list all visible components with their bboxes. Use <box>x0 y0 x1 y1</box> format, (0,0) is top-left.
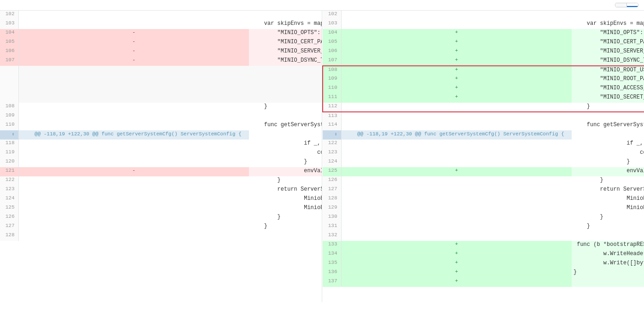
line-marker <box>18 84 249 93</box>
line-marker <box>18 112 249 121</box>
table-row: 124 MinioEndpoints: globalEndpoints, <box>0 195 322 204</box>
line-code <box>572 232 644 241</box>
line-marker <box>341 121 572 130</box>
table-row: 126 } <box>0 213 322 222</box>
line-number: 103 <box>0 20 18 29</box>
line-marker: - <box>18 29 249 38</box>
table-row: 124 } <box>323 158 644 167</box>
table-row: 133+ func (b *bootstrapRESTServer) write… <box>323 241 644 250</box>
line-number: 108 <box>323 66 341 75</box>
table-row: 125 MinioEnv: envValues, <box>0 204 322 213</box>
line-marker <box>341 20 572 29</box>
line-code: continue <box>572 149 644 158</box>
line-code: "MINIO_ROOT_USER": {}, <box>572 66 644 75</box>
line-marker: + <box>341 57 572 66</box>
line-number: 123 <box>0 186 18 195</box>
table-row: 107+ "MINIO_DSYNC_TRACE": {}, <box>323 57 644 66</box>
table-row: 114 func getServerSystemCfg() ServerSyst… <box>323 121 644 130</box>
table-row: 106+ "MINIO_SERVER_DEBUG": {}, <box>323 47 644 57</box>
line-code: } <box>249 213 322 222</box>
line-code: @@ -118,19 +122,30 @@ func getServerSyst… <box>341 130 572 140</box>
line-number: 127 <box>323 186 341 195</box>
line-number: 124 <box>0 195 18 204</box>
line-number <box>0 93 18 103</box>
line-marker <box>18 232 249 241</box>
table-row: 131 } <box>323 222 644 232</box>
line-code: w.WriteHeader(http.StatusForbidden) <box>572 250 644 259</box>
table-row: 110+ "MINIO_ACCESS_KEY": {}, <box>323 84 644 93</box>
line-marker: + <box>341 47 572 57</box>
line-code: @@ -118,19 +122,30 @@ func getServerSyst… <box>18 130 249 140</box>
table-row: 136+} <box>323 268 644 278</box>
line-code <box>572 11 644 20</box>
diff-container: 102103 var skipEnvs = map[string]struct{… <box>0 11 644 302</box>
table-row: @@ -118,19 +122,30 @@ func getServerSyst… <box>0 130 322 140</box>
line-code <box>249 112 322 121</box>
table-row: 128 <box>0 232 322 241</box>
line-marker <box>18 103 249 112</box>
line-number: 123 <box>323 149 341 158</box>
line-code: return ServerSystemConfig{ <box>249 186 322 195</box>
line-number: 108 <box>0 103 18 112</box>
line-marker: + <box>341 29 572 38</box>
table-row <box>0 66 322 75</box>
line-code: } <box>572 103 644 112</box>
split-view-button[interactable] <box>615 3 627 7</box>
line-number: 114 <box>323 121 341 130</box>
line-number: 127 <box>0 222 18 232</box>
table-row: 113 <box>323 112 644 121</box>
view-toggle <box>615 3 638 7</box>
line-marker <box>341 140 572 149</box>
line-code: envValues[envK] = logger.HashString(env.… <box>572 167 644 176</box>
line-number: 106 <box>0 47 18 57</box>
line-code: var skipEnvs = map[string]struct{}{ <box>249 20 322 29</box>
line-code: "MINIO_SERVER_DEBUG": {}, <box>249 47 322 57</box>
table-row: 128 MinioEndpoints: globalEndpoints, <box>323 195 644 204</box>
line-marker <box>341 176 572 186</box>
table-row: @@ -118,19 +122,30 @@ func getServerSyst… <box>323 130 644 140</box>
table-row: 108+ "MINIO_ROOT_USER": {}, <box>323 66 644 75</box>
line-number: 124 <box>323 158 341 167</box>
line-number: 128 <box>323 195 341 204</box>
line-marker: - <box>18 38 249 47</box>
line-number: 125 <box>0 204 18 213</box>
line-code: "MINIO_OPTS": {}, <box>572 29 644 38</box>
line-number: 107 <box>323 57 341 66</box>
table-row: 127 return ServerSystemConfig{ <box>323 186 644 195</box>
line-number: 109 <box>323 75 341 84</box>
line-code <box>249 66 322 75</box>
table-row: 105- "MINIO_CERT_PASSWD": {}, <box>0 38 322 47</box>
line-marker <box>341 232 572 241</box>
line-number: 106 <box>323 47 341 57</box>
line-number <box>323 130 341 140</box>
line-number: 132 <box>323 232 341 241</box>
line-number: 120 <box>0 158 18 167</box>
table-row: 106- "MINIO_SERVER_DEBUG": {}, <box>0 47 322 57</box>
unified-view-button[interactable] <box>627 3 638 7</box>
table-row: 120 } <box>0 158 322 167</box>
line-marker: - <box>18 167 249 176</box>
table-row: 127 } <box>0 222 322 232</box>
table-row: 109 <box>0 112 322 121</box>
line-number: 137 <box>323 278 341 287</box>
line-marker <box>18 149 249 158</box>
line-code: } <box>249 103 322 112</box>
line-marker: + <box>341 84 572 93</box>
line-number: 133 <box>323 241 341 250</box>
table-row: 104- "MINIO_OPTS": {}, <box>0 29 322 38</box>
line-code <box>249 84 322 93</box>
table-row: 102 <box>0 11 322 20</box>
line-code: return ServerSystemConfig{ <box>572 186 644 195</box>
line-marker: - <box>18 47 249 57</box>
line-marker <box>18 222 249 232</box>
line-number: 121 <box>0 167 18 176</box>
line-number: 109 <box>0 112 18 121</box>
line-marker <box>18 195 249 204</box>
line-code: MinioEnv: envValues, <box>572 204 644 213</box>
line-number: 103 <box>323 20 341 29</box>
table-row: 105+ "MINIO_CERT_PASSWD": {}, <box>323 38 644 47</box>
table-row: 119 continue <box>0 149 322 158</box>
table-row: 107- "MINIO_DSYNC_TRACE": {}, <box>0 57 322 66</box>
line-marker <box>341 158 572 167</box>
line-code: "MINIO_ROOT_PASSWORD": {}, <box>572 75 644 84</box>
